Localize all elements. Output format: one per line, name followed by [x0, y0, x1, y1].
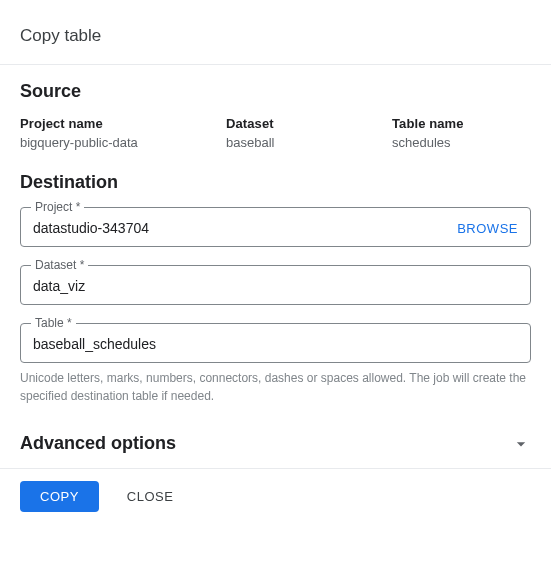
- dest-project-input[interactable]: [33, 220, 447, 236]
- copy-button[interactable]: COPY: [20, 481, 99, 512]
- copy-table-dialog: Copy table Source Project name bigquery-…: [0, 0, 551, 532]
- source-dataset-label: Dataset: [226, 116, 392, 131]
- dialog-footer: COPY CLOSE: [0, 468, 551, 532]
- source-section: Source Project name bigquery-public-data…: [0, 65, 551, 405]
- source-project: Project name bigquery-public-data: [20, 116, 226, 150]
- chevron-down-icon: [511, 434, 531, 454]
- destination-heading: Destination: [20, 172, 531, 193]
- dest-table-help: Unicode letters, marks, numbers, connect…: [20, 369, 531, 405]
- dest-project-box[interactable]: Project * BROWSE: [20, 207, 531, 247]
- dest-dataset-field: Dataset *: [20, 265, 531, 305]
- dest-table-box[interactable]: Table *: [20, 323, 531, 363]
- source-table-label: Table name: [392, 116, 531, 131]
- source-dataset-value: baseball: [226, 135, 392, 150]
- dest-dataset-input[interactable]: [33, 278, 518, 294]
- dialog-title: Copy table: [0, 0, 551, 65]
- advanced-options-label: Advanced options: [20, 433, 176, 454]
- source-heading: Source: [20, 81, 531, 102]
- browse-button[interactable]: BROWSE: [457, 221, 518, 236]
- source-table-value: schedules: [392, 135, 531, 150]
- source-table: Table name schedules: [392, 116, 531, 150]
- dest-project-field: Project * BROWSE: [20, 207, 531, 247]
- dest-table-label: Table *: [31, 316, 76, 330]
- dest-dataset-box[interactable]: Dataset *: [20, 265, 531, 305]
- source-project-label: Project name: [20, 116, 226, 131]
- source-project-value: bigquery-public-data: [20, 135, 226, 150]
- close-button[interactable]: CLOSE: [123, 481, 178, 512]
- dest-table-input[interactable]: [33, 336, 518, 352]
- dest-dataset-label: Dataset *: [31, 258, 88, 272]
- source-dataset: Dataset baseball: [226, 116, 392, 150]
- dest-project-label: Project *: [31, 200, 84, 214]
- source-grid: Project name bigquery-public-data Datase…: [20, 116, 531, 150]
- dest-table-field: Table * Unicode letters, marks, numbers,…: [20, 323, 531, 405]
- advanced-options-toggle[interactable]: Advanced options: [0, 423, 551, 468]
